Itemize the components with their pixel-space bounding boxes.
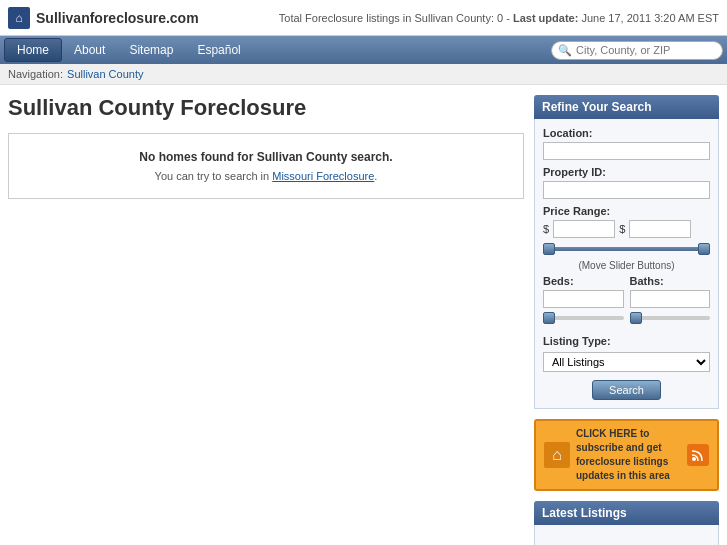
beds-input[interactable]	[543, 290, 624, 308]
slider-thumb-right[interactable]	[698, 243, 710, 255]
no-results-sub-text: You can try to search in Missouri Forecl…	[25, 170, 507, 182]
search-btn-row: Search	[543, 380, 710, 400]
beds-label: Beds:	[543, 275, 624, 287]
header: ⌂ Sullivanforeclosure.com Total Foreclos…	[0, 0, 727, 36]
latest-listings-body	[534, 525, 719, 545]
beds-slider-track	[543, 316, 624, 320]
listing-type-label: Listing Type:	[543, 335, 710, 347]
baths-input[interactable]	[630, 290, 711, 308]
latest-listings-title: Latest Listings	[534, 501, 719, 525]
main-area: Sullivan County Foreclosure No homes fou…	[0, 85, 727, 545]
breadcrumb-prefix: Navigation:	[8, 68, 63, 80]
nav-item-about[interactable]: About	[62, 39, 117, 61]
nav-item-sitemap[interactable]: Sitemap	[117, 39, 185, 61]
breadcrumb: Navigation: Sullivan County	[0, 64, 727, 85]
property-id-input[interactable]	[543, 181, 710, 199]
slider-thumb-left[interactable]	[543, 243, 555, 255]
no-results-main-text: No homes found for Sullivan County searc…	[25, 150, 507, 164]
subscribe-rss-icon	[687, 444, 709, 466]
content-area: Sullivan County Foreclosure No homes fou…	[8, 95, 524, 545]
site-name: Sullivanforeclosure.com	[36, 10, 199, 26]
refine-search-title: Refine Your Search	[534, 95, 719, 119]
subscribe-house-icon: ⌂	[544, 442, 570, 468]
slider-label: (Move Slider Buttons)	[543, 260, 710, 271]
no-results-period: .	[374, 170, 377, 182]
sidebar-body: Location: Property ID: Price Range: $ $ …	[534, 119, 719, 409]
nav-item-home[interactable]: Home	[4, 38, 62, 62]
navbar: Home About Sitemap Español 🔍	[0, 36, 727, 64]
beds-col: Beds:	[543, 275, 624, 329]
header-last-update-date: June 17, 2011 3:20 AM EST	[581, 12, 719, 24]
header-info: Total Foreclosure listings in Sullivan C…	[279, 12, 719, 24]
subscribe-banner[interactable]: ⌂ CLICK HERE to subscribe and get forecl…	[534, 419, 719, 491]
nav-search-input[interactable]	[576, 44, 716, 56]
price-slider[interactable]	[543, 242, 710, 256]
nav-item-espanol[interactable]: Español	[185, 39, 252, 61]
slider-fill	[543, 247, 710, 251]
baths-slider-track	[630, 316, 711, 320]
listing-type-select[interactable]: All Listings	[543, 352, 710, 372]
price-from-input[interactable]	[553, 220, 615, 238]
price-to-input[interactable]	[629, 220, 691, 238]
page-title: Sullivan County Foreclosure	[8, 95, 524, 121]
no-results-link[interactable]: Missouri Foreclosure	[272, 170, 374, 182]
price-from-dollar: $	[543, 223, 549, 235]
no-results-box: No homes found for Sullivan County searc…	[8, 133, 524, 199]
location-input[interactable]	[543, 142, 710, 160]
price-range-label: Price Range:	[543, 205, 710, 217]
property-id-label: Property ID:	[543, 166, 710, 178]
sidebar: Refine Your Search Location: Property ID…	[534, 95, 719, 545]
breadcrumb-link[interactable]: Sullivan County	[67, 68, 143, 80]
beds-slider[interactable]	[543, 311, 624, 325]
nav-search-box[interactable]: 🔍	[551, 41, 723, 60]
beds-slider-thumb[interactable]	[543, 312, 555, 324]
sidebar-search-button[interactable]: Search	[592, 380, 661, 400]
baths-col: Baths:	[630, 275, 711, 329]
location-label: Location:	[543, 127, 710, 139]
no-results-sub-prefix: You can try to search in	[155, 170, 270, 182]
header-info-text: Total Foreclosure listings in Sullivan C…	[279, 12, 510, 24]
baths-slider[interactable]	[630, 311, 711, 325]
nav-search-icon: 🔍	[558, 44, 572, 57]
price-to-dollar: $	[619, 223, 625, 235]
baths-label: Baths:	[630, 275, 711, 287]
logo-icon: ⌂	[8, 7, 30, 29]
svg-point-0	[692, 457, 696, 461]
header-last-update-label: Last update:	[513, 12, 578, 24]
site-logo[interactable]: ⌂ Sullivanforeclosure.com	[8, 7, 199, 29]
subscribe-text: CLICK HERE to subscribe and get foreclos…	[576, 427, 681, 483]
baths-slider-thumb[interactable]	[630, 312, 642, 324]
beds-baths-row: Beds: Baths:	[543, 275, 710, 329]
